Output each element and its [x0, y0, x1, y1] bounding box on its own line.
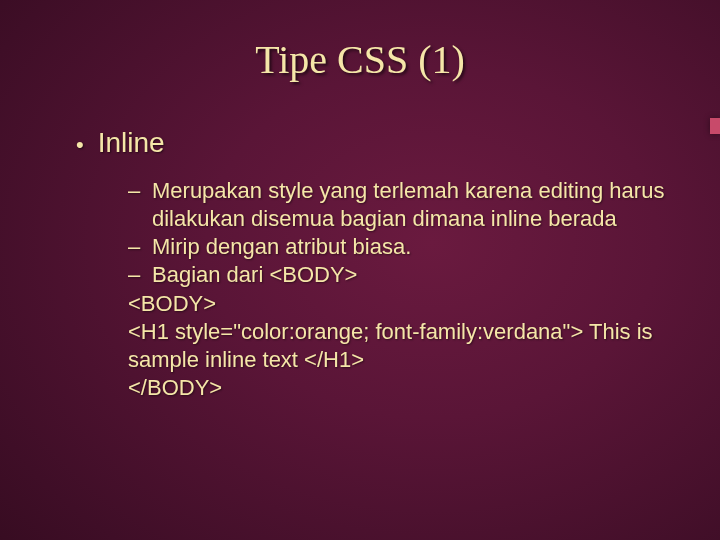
code-line: <H1 style="color:orange; font-family:ver… [128, 318, 670, 374]
slide-title: Tipe CSS (1) [50, 36, 670, 83]
code-line: </BODY> [128, 374, 670, 402]
sub-bullet-text: Merupakan style yang terlemah karena edi… [152, 177, 670, 233]
sub-bullet-text: Mirip dengan atribut biasa. [152, 233, 670, 261]
sub-bullet-block: – Merupakan style yang terlemah karena e… [128, 177, 670, 402]
code-text: </BODY> [128, 374, 670, 402]
code-text: <H1 style="color:orange; font-family:ver… [128, 318, 670, 374]
sub-bullet-item: – Merupakan style yang terlemah karena e… [128, 177, 670, 233]
code-text: <BODY> [128, 290, 670, 318]
bullet-dot-icon: • [76, 134, 84, 156]
sub-bullet-text: Bagian dari <BODY> [152, 261, 670, 289]
sub-bullet-item: – Bagian dari <BODY> [128, 261, 670, 289]
code-line: <BODY> [128, 290, 670, 318]
edge-accent [710, 118, 720, 134]
bullet-level1: • Inline [76, 127, 670, 159]
bullet-level1-text: Inline [98, 127, 165, 159]
dash-icon: – [128, 261, 152, 289]
dash-icon: – [128, 177, 152, 205]
dash-icon: – [128, 233, 152, 261]
sub-bullet-item: – Mirip dengan atribut biasa. [128, 233, 670, 261]
slide: Tipe CSS (1) • Inline – Merupakan style … [0, 0, 720, 540]
